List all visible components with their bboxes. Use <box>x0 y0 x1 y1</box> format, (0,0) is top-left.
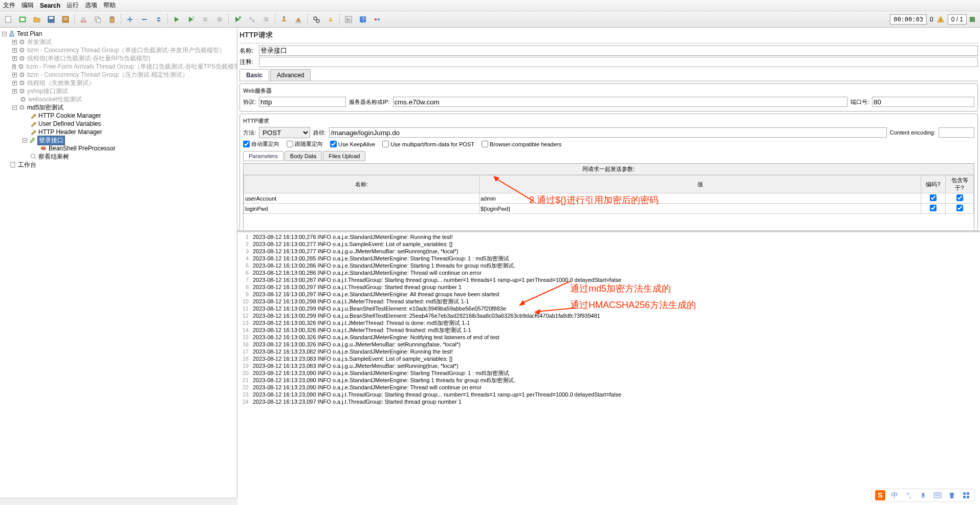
tree-panel[interactable]: −Test Plan+并发测试+bzm - Concurrency Thread… <box>0 28 237 498</box>
tree-item-1[interactable]: +并发测试 <box>0 38 237 46</box>
tree-item-12[interactable]: HTTP Header Manager <box>0 128 237 136</box>
tree-item-13[interactable]: −登录接口 <box>0 136 237 144</box>
param-name[interactable]: userAccount <box>244 193 480 204</box>
log-panel[interactable]: 通过md5加密方法生成的 通过HMACSHA256方法生成的 12023-08-… <box>237 232 980 498</box>
param-equals[interactable] <box>946 193 974 204</box>
ime-skin-icon[interactable] <box>947 490 957 500</box>
col-name[interactable]: 名称: <box>244 175 480 193</box>
subtab-parameters[interactable]: Parameters <box>243 151 284 161</box>
shutdown-button[interactable] <box>213 13 226 26</box>
col-equals[interactable]: 包含等于? <box>946 175 974 193</box>
help-button[interactable]: ? <box>356 13 369 26</box>
ime-punct-icon[interactable]: °, <box>904 490 914 500</box>
tree-item-4[interactable]: +bzm - Free-Form Arrivals Thread Group（单… <box>0 62 237 71</box>
subtab-body[interactable]: Body Data <box>285 151 322 161</box>
param-row[interactable]: userAccountadmin <box>244 193 974 204</box>
expand-toggle-icon[interactable]: + <box>12 89 17 94</box>
expand-button[interactable] <box>123 13 137 26</box>
ime-mic-icon[interactable] <box>918 490 928 500</box>
param-encode[interactable] <box>921 193 946 204</box>
expand-toggle-icon[interactable]: + <box>12 48 17 53</box>
remote-start-button[interactable] <box>231 13 244 26</box>
path-input[interactable] <box>329 127 887 138</box>
port-input[interactable] <box>872 97 974 107</box>
param-name[interactable]: loginPwd <box>244 204 480 214</box>
chk-browser-headers[interactable]: Browser-compatible headers <box>482 141 561 147</box>
param-encode[interactable] <box>921 204 946 214</box>
ime-logo-icon[interactable]: S <box>875 490 885 500</box>
comment-input[interactable] <box>259 57 978 67</box>
param-row[interactable]: loginPwd${loginPwd} <box>244 204 974 214</box>
tree-hscrollbar[interactable] <box>0 498 237 505</box>
col-value[interactable]: 值 <box>480 175 921 193</box>
menu-file[interactable]: 文件 <box>3 1 15 10</box>
copy-button[interactable] <box>91 13 104 26</box>
saveall-button[interactable] <box>59 13 72 26</box>
tab-advanced[interactable]: Advanced <box>270 69 311 81</box>
tree-item-5[interactable]: +bzm - Concurrency Thread Group（压力测试-稳定性… <box>0 71 237 79</box>
expand-toggle-icon[interactable]: − <box>12 105 17 110</box>
expand-toggle-icon[interactable]: + <box>12 81 17 85</box>
param-value[interactable]: admin <box>480 193 921 204</box>
search-button[interactable] <box>310 13 323 26</box>
subtab-files[interactable]: Files Upload <box>323 151 365 161</box>
reset-search-button[interactable] <box>324 13 337 26</box>
collapse-button[interactable] <box>138 13 151 26</box>
menu-help[interactable]: 帮助 <box>103 1 116 10</box>
tree-item-9[interactable]: −md5加密测试 <box>0 103 237 112</box>
chk-keepalive[interactable]: Use KeepAlive <box>330 141 375 147</box>
clear-all-button[interactable] <box>292 13 305 26</box>
paste-button[interactable] <box>105 13 119 26</box>
menu-edit[interactable]: 编辑 <box>21 1 34 10</box>
menu-options[interactable]: 选项 <box>85 1 97 10</box>
menu-run[interactable]: 运行 <box>67 1 79 10</box>
chk-auto-redirect[interactable]: 自动重定向 <box>243 140 279 148</box>
start-button[interactable] <box>170 13 183 26</box>
col-encode[interactable]: 编码? <box>921 175 946 193</box>
new-button[interactable] <box>2 13 15 26</box>
chk-multipart[interactable]: Use multipart/form-data for POST <box>382 141 474 147</box>
templates-button[interactable] <box>16 13 29 26</box>
start-notimers-button[interactable] <box>184 13 198 26</box>
protocol-input[interactable] <box>259 97 346 107</box>
fn-button[interactable]: fn <box>342 13 355 26</box>
expand-toggle-icon[interactable]: − <box>23 138 27 143</box>
ime-keyboard-icon[interactable] <box>932 490 943 500</box>
tree-item-15[interactable]: 察看结果树 <box>0 152 237 161</box>
ime-lang-icon[interactable]: 中 <box>889 490 900 500</box>
plugins-button[interactable] <box>371 13 384 26</box>
name-input[interactable] <box>259 46 978 56</box>
tree-item-8[interactable]: websocket性能测试 <box>0 95 237 103</box>
tree-item-16[interactable]: 工作台 <box>0 161 237 169</box>
param-value[interactable]: ${loginPwd} <box>480 204 921 214</box>
expand-toggle-icon[interactable]: + <box>12 64 16 69</box>
expand-toggle-icon[interactable]: − <box>2 32 7 36</box>
servername-input[interactable] <box>393 97 847 107</box>
tree-item-0[interactable]: −Test Plan <box>0 30 237 38</box>
save-button[interactable] <box>45 13 58 26</box>
tree-item-7[interactable]: +yshop接口测试 <box>0 87 237 95</box>
tree-item-14[interactable]: BeanShell PreProcessor <box>0 144 237 152</box>
expand-toggle-icon[interactable]: + <box>12 40 17 45</box>
clear-button[interactable] <box>277 13 291 26</box>
tree-item-2[interactable]: +bzm - Concurrency Thread Group（单接口负载测试-… <box>0 46 237 54</box>
toggle-button[interactable] <box>152 13 165 26</box>
param-equals[interactable] <box>946 204 974 214</box>
tree-item-11[interactable]: User Defined Variables <box>0 120 237 128</box>
ime-tools-icon[interactable] <box>961 490 971 500</box>
expand-toggle-icon[interactable]: + <box>12 73 17 77</box>
stop-button[interactable] <box>199 13 212 26</box>
tree-item-3[interactable]: +线程组(单接口负载测试-吞吐量RPS负载模型) <box>0 54 237 62</box>
chk-follow-redirect[interactable]: 跟随重定向 <box>287 140 323 148</box>
encoding-input[interactable] <box>939 127 974 138</box>
remote-shutdown-button[interactable] <box>259 13 273 26</box>
tree-item-10[interactable]: HTTP Cookie Manager <box>0 112 237 120</box>
tab-basic[interactable]: Basic <box>239 69 269 81</box>
remote-stop-button[interactable] <box>245 13 258 26</box>
tree-item-6[interactable]: +线程组（失效恢复测试） <box>0 79 237 87</box>
method-select[interactable]: POST <box>259 127 310 138</box>
cut-button[interactable] <box>77 13 90 26</box>
expand-toggle-icon[interactable]: + <box>12 56 17 61</box>
menu-search[interactable]: Search <box>40 2 60 9</box>
open-button[interactable] <box>30 13 43 26</box>
